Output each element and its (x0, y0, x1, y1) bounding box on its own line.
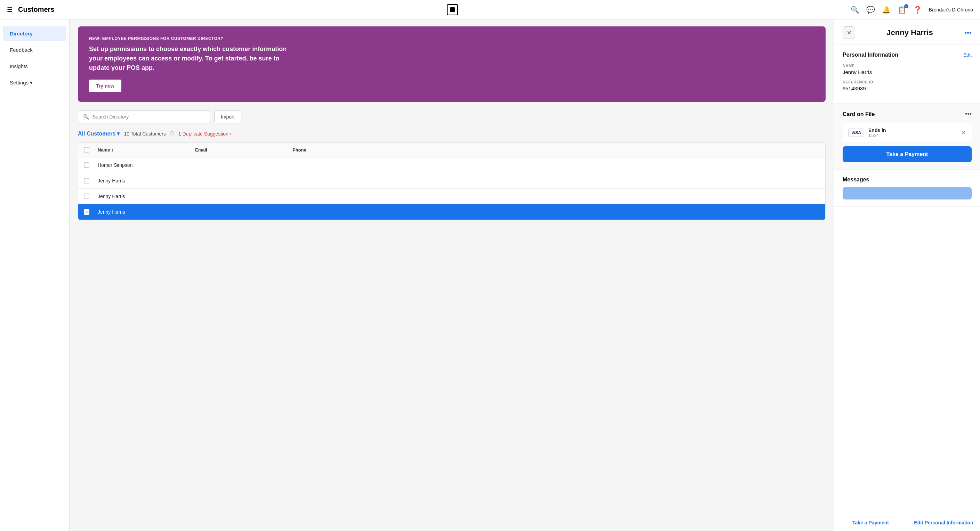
edit-personal-info-link[interactable]: Edit (963, 52, 972, 58)
customers-count: 10 Total Customers (124, 131, 165, 136)
row-checkbox-cell (84, 209, 98, 215)
sidebar-item-directory[interactable]: Directory (3, 26, 67, 41)
header-phone[interactable]: Phone (293, 147, 362, 152)
app-header: ☰ Customers 🔍 💬 🔔 📋 • ❓ Brendan's DrChro… (0, 0, 980, 19)
search-icon[interactable]: 🔍 (851, 6, 859, 14)
duplicate-suggestion-link[interactable]: 1 Duplicate Suggestion › (178, 131, 232, 136)
header-email[interactable]: Email (195, 147, 293, 152)
search-box: 🔍 (78, 110, 210, 124)
panel-body: Personal Information Edit NAME Jenny Har… (834, 45, 980, 514)
row-name: Homer Simpson (98, 162, 195, 168)
take-payment-button[interactable]: Take a Payment (843, 146, 972, 162)
square-logo (447, 4, 458, 15)
page-title: Customers (18, 6, 54, 14)
panel-close-button[interactable]: ✕ (843, 26, 855, 39)
visa-badge: VISA (848, 128, 864, 137)
panel-header: ✕ Jenny Harris ••• (834, 19, 980, 45)
menu-icon[interactable]: ☰ (7, 6, 13, 14)
card-more-button[interactable]: ••• (965, 111, 972, 118)
card-section-header: Card on File ••• (843, 111, 972, 118)
panel-more-button[interactable]: ••• (964, 29, 972, 37)
footer-take-payment-button[interactable]: Take a Payment (834, 514, 907, 531)
sidebar-item-feedback[interactable]: Feedback (3, 42, 67, 58)
card-on-file-section: Card on File ••• VISA Ends in 11/24 ✕ Ta… (834, 103, 980, 170)
row-checkbox[interactable] (84, 162, 89, 168)
close-icon: ✕ (847, 30, 851, 36)
card-item: VISA Ends in 11/24 ✕ (843, 124, 972, 142)
header-checkbox-cell (84, 147, 98, 152)
all-customers-label: All Customers (78, 131, 115, 137)
app-layout: Directory Feedback Insights Settings ▾ N… (0, 19, 980, 531)
notification-badge: • (904, 4, 908, 8)
sidebar: Directory Feedback Insights Settings ▾ (0, 19, 70, 531)
personal-info-section: Personal Information Edit NAME Jenny Har… (834, 45, 980, 103)
messages-action-button[interactable] (843, 187, 972, 200)
banner-eyebrow: NEW! EMPLOYEE PERMISSIONS FOR CUSTOMER D… (89, 36, 815, 41)
sidebar-label-feedback: Feedback (10, 47, 33, 53)
row-checkbox-selected[interactable] (84, 209, 89, 215)
remove-card-button[interactable]: ✕ (961, 129, 966, 136)
search-row: 🔍 Import (78, 110, 826, 124)
all-customers-dropdown[interactable]: All Customers ▾ (78, 130, 119, 137)
messages-section: Messages (834, 170, 980, 207)
header-right: 🔍 💬 🔔 📋 • ❓ Brendan's DrChrono (851, 6, 973, 14)
footer-edit-personal-button[interactable]: Edit Personal Information (907, 514, 980, 531)
row-checkbox[interactable] (84, 178, 89, 184)
row-name: Jenny Harris (98, 209, 195, 215)
messages-title: Messages (843, 176, 972, 183)
customers-table: Name ↑ Email Phone Homer Simpson (78, 143, 826, 220)
row-checkbox-cell (84, 178, 98, 184)
card-on-file-title: Card on File (843, 111, 875, 117)
header-left: ☰ Customers (7, 6, 54, 14)
personal-info-header: Personal Information Edit (843, 52, 972, 58)
sidebar-label-insights: Insights (10, 63, 28, 69)
row-checkbox[interactable] (84, 193, 89, 199)
table-row[interactable]: Jenny Harris (78, 189, 825, 204)
chat-icon[interactable]: 💬 (866, 6, 875, 14)
name-value: Jenny Harris (843, 69, 972, 75)
table-row[interactable]: Homer Simpson (78, 157, 825, 173)
search-magnifier-icon: 🔍 (83, 114, 89, 120)
help-icon[interactable]: ❓ (913, 6, 922, 14)
table-row-selected[interactable]: Jenny Harris (78, 204, 825, 220)
table-header: Name ↑ Email Phone (78, 143, 825, 157)
sidebar-label-directory: Directory (10, 30, 33, 36)
table-row[interactable]: Jenny Harris (78, 173, 825, 189)
receipt-icon[interactable]: 📋 • (897, 6, 906, 14)
sidebar-item-insights[interactable]: Insights (3, 59, 67, 74)
row-checkbox-cell (84, 162, 98, 168)
personal-info-title: Personal Information (843, 52, 898, 58)
try-now-button[interactable]: Try now (89, 79, 121, 92)
card-expiry: 11/24 (869, 133, 886, 138)
name-label: NAME (843, 63, 972, 68)
row-name: Jenny Harris (98, 193, 195, 199)
logo-inner (450, 7, 455, 12)
panel-footer: Take a Payment Edit Personal Information (834, 514, 980, 531)
dropdown-arrow-icon: ▾ (117, 130, 119, 137)
row-name: Jenny Harris (98, 178, 195, 184)
sidebar-item-settings[interactable]: Settings ▾ (3, 75, 67, 91)
reference-id-label: REFERENCE ID (843, 80, 972, 84)
search-input[interactable] (92, 114, 205, 120)
row-checkbox-cell (84, 193, 98, 199)
import-button[interactable]: Import (214, 110, 241, 124)
header-center (54, 4, 850, 15)
bell-icon[interactable]: 🔔 (882, 6, 891, 14)
user-name: Brendan's DrChrono (929, 7, 973, 13)
reference-id-field: REFERENCE ID 95143939 (843, 80, 972, 91)
card-info: Ends in 11/24 (869, 128, 886, 138)
info-icon: ⓘ (170, 131, 174, 136)
select-all-checkbox[interactable] (84, 147, 89, 152)
panel-customer-name: Jenny Harris (855, 28, 964, 37)
main-content: NEW! EMPLOYEE PERMISSIONS FOR CUSTOMER D… (70, 19, 834, 531)
name-field: NAME Jenny Harris (843, 63, 972, 75)
customers-header: All Customers ▾ 10 Total Customers ⓘ 1 D… (78, 130, 826, 137)
banner-text: Set up permissions to choose exactly whi… (89, 44, 298, 73)
promo-banner: NEW! EMPLOYEE PERMISSIONS FOR CUSTOMER D… (78, 26, 826, 102)
customer-detail-panel: ✕ Jenny Harris ••• Personal Information … (834, 19, 980, 531)
card-left: VISA Ends in 11/24 (848, 128, 886, 138)
sidebar-label-settings: Settings ▾ (10, 79, 33, 86)
card-ends-label: Ends in (869, 128, 886, 133)
reference-id-value: 95143939 (843, 86, 972, 91)
header-name[interactable]: Name ↑ (98, 147, 195, 152)
